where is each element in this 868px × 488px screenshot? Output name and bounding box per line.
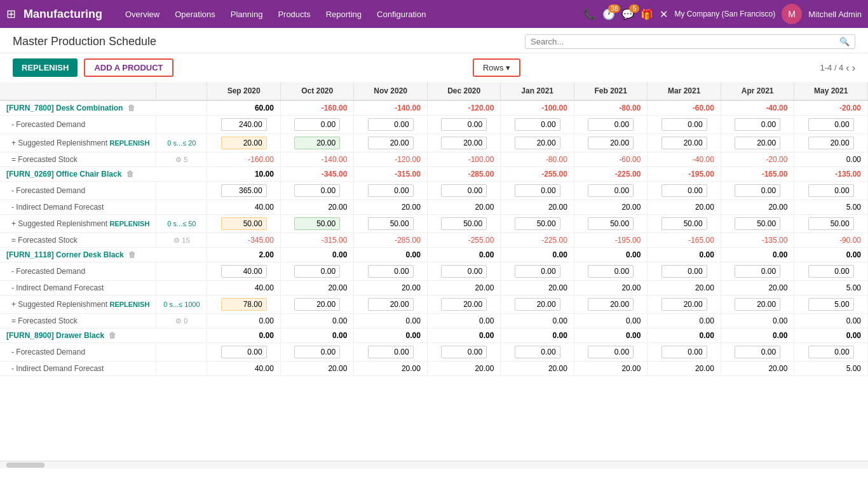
replenish-input[interactable]: [588, 137, 634, 149]
replenish-cell-td[interactable]: [574, 134, 648, 152]
input-cell-td[interactable]: [280, 262, 354, 281]
menu-item-overview[interactable]: Overview: [119, 6, 166, 23]
replenish-cell-td[interactable]: [427, 215, 501, 233]
input-cell-td[interactable]: [721, 343, 794, 362]
demand-input[interactable]: [735, 265, 780, 278]
replenish-cell-td[interactable]: [354, 295, 428, 314]
add-product-button[interactable]: ADD A PRODUCT: [84, 58, 173, 77]
demand-input[interactable]: [661, 265, 707, 278]
replenish-input[interactable]: [368, 217, 414, 230]
product-name-3[interactable]: [FURN_8900] Drawer Black: [6, 331, 104, 340]
replenish-cell-td[interactable]: [574, 215, 648, 233]
demand-input[interactable]: [661, 118, 707, 131]
replenish-input[interactable]: [808, 217, 854, 230]
input-cell-td[interactable]: [207, 262, 281, 281]
product-name-1[interactable]: [FURN_0269] Office Chair Black: [6, 170, 121, 179]
input-cell-td[interactable]: [574, 182, 648, 200]
demand-input[interactable]: [368, 184, 414, 197]
demand-input[interactable]: [441, 346, 487, 358]
prev-page-button[interactable]: ‹: [846, 62, 849, 74]
horizontal-scrollbar[interactable]: [0, 461, 868, 468]
replenish-cell-td[interactable]: [280, 295, 354, 314]
next-page-button[interactable]: ›: [852, 62, 855, 74]
replenish-input[interactable]: [441, 298, 487, 311]
apps-icon[interactable]: ⊞: [6, 7, 16, 21]
clock-icon[interactable]: 🕐38: [602, 8, 615, 20]
replenish-cell-td[interactable]: [574, 295, 648, 314]
replenish-input[interactable]: [368, 298, 414, 311]
input-cell-td[interactable]: [648, 116, 721, 134]
replenish-input[interactable]: [661, 137, 707, 149]
phone-icon[interactable]: 📞: [583, 8, 596, 20]
replenish-input[interactable]: [735, 298, 780, 311]
input-cell-td[interactable]: [280, 116, 354, 134]
trash-icon-2[interactable]: 🗑: [128, 250, 136, 259]
replenish-cell-td[interactable]: [280, 215, 354, 233]
demand-input[interactable]: [515, 346, 560, 358]
replenish-button[interactable]: REPLENISH: [13, 58, 78, 77]
demand-input[interactable]: [221, 265, 267, 278]
input-cell-td[interactable]: [427, 343, 501, 362]
replenish-cell-td[interactable]: [721, 295, 794, 314]
replenish-cell-td[interactable]: [354, 134, 428, 152]
demand-input[interactable]: [368, 118, 414, 131]
replenish-cell-td[interactable]: [280, 134, 354, 152]
input-cell-td[interactable]: [721, 262, 794, 281]
avatar[interactable]: M: [782, 4, 802, 24]
demand-input[interactable]: [221, 346, 267, 358]
menu-item-configuration[interactable]: Configuration: [370, 6, 432, 23]
demand-input[interactable]: [515, 118, 560, 131]
replenish-link[interactable]: REPLENISH: [109, 139, 149, 147]
demand-input[interactable]: [221, 118, 267, 131]
replenish-link[interactable]: REPLENISH: [109, 301, 149, 308]
chat-icon[interactable]: 💬5: [621, 8, 634, 20]
demand-input[interactable]: [588, 118, 634, 131]
scrollbar-thumb[interactable]: [6, 463, 44, 468]
search-bar[interactable]: 🔍: [525, 34, 855, 49]
replenish-input[interactable]: [515, 217, 560, 230]
demand-input[interactable]: [661, 346, 707, 358]
input-cell-td[interactable]: [501, 262, 574, 281]
trash-icon-3[interactable]: 🗑: [109, 331, 116, 340]
input-cell-td[interactable]: [794, 262, 868, 281]
demand-input[interactable]: [588, 184, 634, 197]
search-input[interactable]: [531, 37, 839, 46]
replenish-input[interactable]: [294, 298, 340, 311]
trash-icon-1[interactable]: 🗑: [126, 170, 134, 179]
replenish-cell-td[interactable]: [207, 295, 281, 314]
replenish-cell-td[interactable]: [721, 215, 794, 233]
input-cell-td[interactable]: [501, 343, 574, 362]
product-name-0[interactable]: [FURN_7800] Desk Combination: [6, 104, 123, 112]
replenish-input[interactable]: [368, 137, 414, 149]
replenish-input[interactable]: [221, 217, 267, 230]
input-cell-td[interactable]: [721, 116, 794, 134]
user-name[interactable]: Mitchell Admin: [808, 10, 862, 19]
replenish-cell-td[interactable]: [501, 295, 574, 314]
input-cell-td[interactable]: [721, 182, 794, 200]
demand-input[interactable]: [294, 265, 340, 278]
menu-item-reporting[interactable]: Reporting: [320, 6, 368, 23]
replenish-input[interactable]: [294, 217, 340, 230]
input-cell-td[interactable]: [207, 116, 281, 134]
input-cell-td[interactable]: [354, 262, 428, 281]
demand-input[interactable]: [735, 118, 780, 131]
input-cell-td[interactable]: [427, 116, 501, 134]
input-cell-td[interactable]: [354, 343, 428, 362]
replenish-cell-td[interactable]: [648, 134, 721, 152]
replenish-cell-td[interactable]: [207, 134, 281, 152]
demand-input[interactable]: [808, 346, 854, 358]
replenish-cell-td[interactable]: [501, 215, 574, 233]
input-cell-td[interactable]: [574, 343, 648, 362]
replenish-input[interactable]: [588, 217, 634, 230]
demand-input[interactable]: [515, 184, 560, 197]
demand-input[interactable]: [368, 346, 414, 358]
demand-input[interactable]: [588, 265, 634, 278]
input-cell-td[interactable]: [280, 182, 354, 200]
demand-input[interactable]: [808, 265, 854, 278]
input-cell-td[interactable]: [794, 116, 868, 134]
replenish-input[interactable]: [441, 137, 487, 149]
replenish-cell-td[interactable]: [794, 215, 868, 233]
menu-item-planning[interactable]: Planning: [224, 6, 269, 23]
demand-input[interactable]: [661, 184, 707, 197]
replenish-link[interactable]: REPLENISH: [109, 220, 149, 227]
